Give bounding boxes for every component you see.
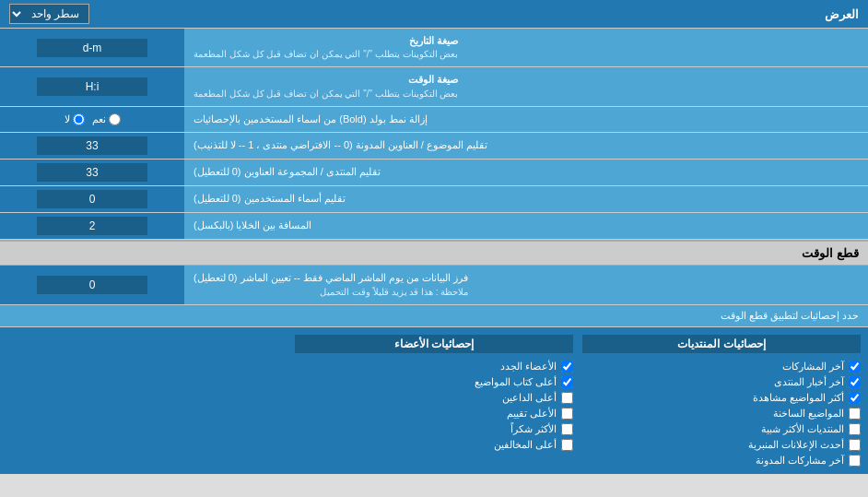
last-forum-news-label: آخر أخبار المنتدى bbox=[774, 376, 844, 388]
main-container: العرض سطر واحد سطران ثلاثة أسطر صيغة الت… bbox=[0, 0, 868, 474]
topics-titles-input-cell bbox=[0, 133, 184, 159]
forum-stats-column: إحصائيات المنتديات آخر المشاركات آخر أخب… bbox=[582, 335, 861, 467]
cutoff-input[interactable] bbox=[37, 276, 147, 294]
usernames-input[interactable] bbox=[37, 190, 147, 208]
bold-yes-radio[interactable] bbox=[109, 113, 121, 125]
blog-posts-checkbox[interactable] bbox=[849, 455, 861, 467]
most-thanked-label: الأكثر شكراً bbox=[510, 423, 557, 435]
forum-titles-row: تقليم المنتدى / المجموعة العناوين (0 للت… bbox=[0, 160, 868, 186]
top-violators-checkbox[interactable] bbox=[561, 439, 573, 451]
cell-spacing-label: المسافة بين الخلايا (بالبكسل) bbox=[184, 213, 868, 239]
most-viewed-label: أكثر المواضيع مشاهدة bbox=[753, 392, 844, 404]
hot-topics-checkbox[interactable] bbox=[849, 408, 861, 420]
cell-spacing-input[interactable] bbox=[37, 217, 147, 235]
date-format-input-cell bbox=[0, 29, 184, 66]
checkbox-item: آخر أخبار المنتدى bbox=[582, 376, 861, 388]
topics-titles-input[interactable] bbox=[37, 136, 147, 155]
topics-titles-row: تقليم الموضوع / العناوين المدونة (0 -- ا… bbox=[0, 133, 868, 160]
checkbox-item: المواضيع الساخنة bbox=[582, 408, 861, 420]
blog-posts-label: آخر مشاركات المدونة bbox=[756, 455, 844, 467]
forum-titles-label: تقليم المنتدى / المجموعة العناوين (0 للت… bbox=[184, 160, 868, 185]
checkboxes-section: إحصائيات المنتديات آخر المشاركات آخر أخب… bbox=[0, 327, 868, 474]
cutoff-label: فرز البيانات من يوم الماشر الماضي فقط --… bbox=[184, 266, 868, 303]
limit-row: حدد إحصائيات لتطبيق قطع الوقت bbox=[0, 305, 868, 327]
most-viewed-checkbox[interactable] bbox=[849, 392, 861, 404]
spacer-column bbox=[7, 335, 286, 467]
member-stats-header: إحصائيات الأعضاء bbox=[295, 335, 573, 353]
last-posts-label: آخر المشاركات bbox=[782, 361, 844, 373]
forum-titles-input-cell bbox=[0, 160, 184, 185]
checkbox-item: آخر مشاركات المدونة bbox=[582, 455, 861, 467]
header-row: العرض سطر واحد سطران ثلاثة أسطر bbox=[0, 0, 868, 29]
bold-remove-label: إزالة نمط بولد (Bold) من اسماء المستخدمي… bbox=[184, 107, 868, 132]
usernames-row: تقليم أسماء المستخدمين (0 للتعطيل) bbox=[0, 186, 868, 213]
checkbox-item: آخر المشاركات bbox=[582, 361, 861, 373]
announcements-checkbox[interactable] bbox=[849, 439, 861, 451]
usernames-label: تقليم أسماء المستخدمين (0 للتعطيل) bbox=[184, 186, 868, 212]
usernames-input-cell bbox=[0, 186, 184, 212]
topics-titles-label: تقليم الموضوع / العناوين المدونة (0 -- ا… bbox=[184, 133, 868, 159]
cutoff-row: فرز البيانات من يوم الماشر الماضي فقط --… bbox=[0, 266, 868, 304]
bold-no-label[interactable]: لا bbox=[65, 113, 85, 125]
member-stats-column: إحصائيات الأعضاء الأعضاء الجدد أعلى كتاب… bbox=[295, 335, 573, 467]
bold-yes-label[interactable]: نعم bbox=[92, 113, 121, 125]
bold-no-radio[interactable] bbox=[73, 113, 85, 125]
date-format-label: صيغة التاريخ بعض التكوينات يتطلب "/" الت… bbox=[184, 29, 868, 66]
display-dropdown[interactable]: سطر واحد سطران ثلاثة أسطر bbox=[9, 4, 89, 24]
date-format-input[interactable] bbox=[37, 39, 147, 57]
bold-remove-options: نعم لا bbox=[0, 107, 184, 132]
checkbox-item: المنتديات الأكثر شبية bbox=[582, 423, 861, 435]
date-format-row: صيغة التاريخ بعض التكوينات يتطلب "/" الت… bbox=[0, 29, 868, 67]
hot-topics-label: المواضيع الساخنة bbox=[773, 408, 844, 420]
checkbox-item: أكثر المواضيع مشاهدة bbox=[582, 392, 861, 404]
top-posters-checkbox[interactable] bbox=[561, 376, 573, 388]
new-members-label: الأعضاء الجدد bbox=[500, 361, 557, 373]
forum-stats-header: إحصائيات المنتديات bbox=[582, 335, 861, 353]
top-referrers-label: أعلى الداعين bbox=[502, 392, 557, 404]
cutoff-input-cell bbox=[0, 266, 184, 303]
cell-spacing-input-cell bbox=[0, 213, 184, 239]
checkbox-item: أعلى المخالفين bbox=[295, 439, 573, 451]
top-rated-checkbox[interactable] bbox=[561, 408, 573, 420]
checkbox-item: الأعضاء الجدد bbox=[295, 361, 573, 373]
checkbox-item: الأكثر شكراً bbox=[295, 423, 573, 435]
top-referrers-checkbox[interactable] bbox=[561, 392, 573, 404]
checkbox-item: أعلى الداعين bbox=[295, 392, 573, 404]
time-format-input[interactable] bbox=[37, 77, 147, 96]
last-forum-news-checkbox[interactable] bbox=[849, 376, 861, 388]
new-members-checkbox[interactable] bbox=[561, 361, 573, 373]
time-format-label: صيغة الوقت بعض التكوينات يتطلب "/" التي … bbox=[184, 67, 868, 105]
forum-titles-input[interactable] bbox=[37, 163, 147, 182]
bold-remove-row: إزالة نمط بولد (Bold) من اسماء المستخدمي… bbox=[0, 107, 868, 133]
most-thanked-checkbox[interactable] bbox=[561, 423, 573, 435]
top-rated-label: الأعلى تقييم bbox=[507, 408, 557, 420]
checkbox-item: الأعلى تقييم bbox=[295, 408, 573, 420]
time-format-input-cell bbox=[0, 67, 184, 105]
cell-spacing-row: المسافة بين الخلايا (بالبكسل) bbox=[0, 213, 868, 240]
most-similar-checkbox[interactable] bbox=[849, 423, 861, 435]
cutoff-section-header: قطع الوقت bbox=[0, 240, 868, 266]
page-title: العرض bbox=[825, 7, 859, 21]
checkbox-item: أحدث الإعلانات المنبرية bbox=[582, 439, 861, 451]
top-violators-label: أعلى المخالفين bbox=[494, 439, 557, 451]
time-format-row: صيغة الوقت بعض التكوينات يتطلب "/" التي … bbox=[0, 67, 868, 106]
last-posts-checkbox[interactable] bbox=[849, 361, 861, 373]
checkbox-item: أعلى كتاب المواضيع bbox=[295, 376, 573, 388]
most-similar-label: المنتديات الأكثر شبية bbox=[761, 423, 844, 435]
top-posters-label: أعلى كتاب المواضيع bbox=[475, 376, 557, 388]
announcements-label: أحدث الإعلانات المنبرية bbox=[748, 439, 844, 451]
